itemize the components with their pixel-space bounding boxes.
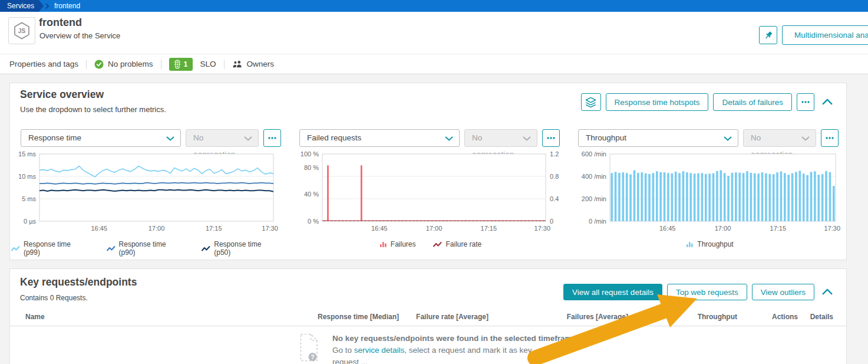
response-time-hotspots-button[interactable]: Response time hotspots [606,93,709,111]
service-details-link[interactable]: service details [354,346,405,355]
charts-row: 15 ms10 ms5 ms0 µs16:4517:0017:1517:30 R… [10,149,846,258]
pin-button[interactable] [759,26,777,44]
page-title: frontend [39,17,82,29]
chevron-down-icon [523,136,531,141]
ellipsis-icon [268,137,277,139]
metric-group-2: Failed requests No aggregation [299,129,560,147]
legend-item[interactable]: Throughput [686,240,733,248]
view-outliers-button[interactable]: View outliers [752,284,814,300]
chart-more-button-3[interactable] [821,129,839,147]
owners-people-icon [232,60,243,68]
collapse-key-requests-button[interactable] [819,287,836,298]
legend-line-icon [433,241,442,248]
slo-badge[interactable]: 1 [169,58,193,71]
slo-count: 1 [184,60,188,68]
service-overview-screen: Services frontend JS frontend Overview o… [0,0,868,364]
aggregation-select-2: No aggregation [464,129,537,147]
section-title-key-requests: Key requests/endpoints [20,276,137,288]
tab-problems-label: No problems [108,60,153,68]
legend-item[interactable]: Response time (p99) [11,240,89,257]
throughput-legend: Throughput [576,240,844,248]
column-header-failures[interactable]: Failures [Average] [567,313,628,321]
breadcrumb-services[interactable]: Services [0,0,44,12]
key-requests-table-header: Name Response time [Median] Failure rate… [10,310,846,326]
legend-item[interactable]: Response time (p90) [107,240,184,257]
tab-slo[interactable]: 1 SLO [169,58,216,71]
chevron-down-icon [724,136,732,141]
svg-text:17:15: 17:15 [481,225,497,232]
metric-select-2[interactable]: Failed requests [299,129,460,147]
tab-owners[interactable]: Owners [232,60,275,68]
empty-page-question-icon: ? [299,333,319,362]
chevron-up-icon [821,288,833,295]
legend-line-icon [11,245,20,252]
legend-item[interactable]: Response time (p50) [202,240,279,257]
svg-text:80 %: 80 % [304,164,319,171]
metric-select-1[interactable]: Response time [21,129,181,147]
svg-text:200 /min: 200 /min [582,195,606,202]
svg-text:40 %: 40 % [304,191,319,198]
pin-icon [764,31,773,40]
response-time-chart[interactable]: 15 ms10 ms5 ms0 µs16:4517:0017:1517:30 [11,149,279,238]
legend-item[interactable]: Failures [379,240,416,248]
legend-line-icon [107,245,115,252]
tab-properties-label: Properties and tags [9,60,78,68]
chevron-up-icon [821,99,833,105]
legend-bars-icon [686,241,694,248]
empty-state-line3: request ... [332,356,576,364]
chart-more-button-1[interactable] [263,129,281,147]
chevron-down-icon [244,136,252,141]
key-requests-actions: View all request details Top web request… [563,284,836,300]
empty-state-text: No key requests/endpoints were found in … [332,333,576,364]
key-requests-card: Key requests/endpoints Contains 0 Reques… [9,268,847,364]
breadcrumb-chevron-icon [44,3,49,9]
ellipsis-icon [825,137,834,139]
chart-more-button-2[interactable] [542,129,560,147]
legend-label: Response time (p90) [119,240,184,257]
column-header-throughput[interactable]: Throughput [698,313,737,321]
tab-bar: Properties and tags No problems 1 [0,54,868,74]
divider [224,60,225,69]
svg-text:16:45: 16:45 [91,225,107,232]
view-all-request-details-button[interactable]: View all request details [563,284,662,300]
svg-text:0 µs: 0 µs [24,218,37,225]
ellipsis-icon [546,137,556,139]
details-of-failures-button[interactable]: Details of failures [713,93,792,111]
legend-label: Response time (p50) [214,240,279,257]
throughput-chart[interactable]: 600 /min400 /min200 /min0 /min16:4517:00… [576,149,844,238]
metric-selector-row: Response time No aggregation Failed requ… [21,129,839,147]
legend-bars-icon [379,241,387,248]
multidimensional-analysis-button[interactable]: Multidimensional analy [782,25,868,45]
metric-select-3[interactable]: Throughput [578,129,738,147]
divider [161,60,161,69]
layers-button[interactable] [581,93,601,111]
service-overview-actions: Response time hotspots Details of failur… [581,93,836,111]
svg-text:0.4: 0.4 [550,195,559,202]
metric-select-2-value: Failed requests [307,133,361,142]
svg-text:17:30: 17:30 [824,225,840,232]
top-web-requests-button[interactable]: Top web requests [667,284,747,300]
failed-requests-chart[interactable]: 100 %80 %40 %0 %1.20.80.4016:4517:0017:1… [296,149,565,238]
legend-item[interactable]: Failure rate [433,240,481,248]
column-header-details: Details [810,313,833,321]
collapse-overview-button[interactable] [819,97,836,108]
svg-text:0.8: 0.8 [550,173,559,180]
column-header-name[interactable]: Name [25,313,45,321]
response-time-legend: Response time (p99)Response time (p90)Re… [11,240,279,257]
column-header-failure-rate[interactable]: Failure rate [Average] [416,313,489,321]
section-title-service-overview: Service overview [20,88,104,101]
overview-more-button[interactable] [797,93,814,111]
breadcrumb: Services frontend [0,0,868,12]
tab-properties-and-tags[interactable]: Properties and tags [9,60,78,68]
check-circle-icon [94,60,104,69]
svg-text:17:00: 17:00 [426,225,443,232]
svg-text:0: 0 [550,218,553,225]
metric-select-1-value: Response time [28,133,81,142]
empty-state-line2: Go to service details, select a request … [332,345,576,356]
section-subtitle-service-overview: Use the dropdown to select further metri… [20,105,166,114]
svg-text:5 ms: 5 ms [22,195,36,202]
svg-text:?: ? [311,354,314,360]
tab-problems[interactable]: No problems [94,60,153,69]
column-header-response-time[interactable]: Response time [Median] [318,313,399,321]
svg-text:17:00: 17:00 [148,225,165,232]
